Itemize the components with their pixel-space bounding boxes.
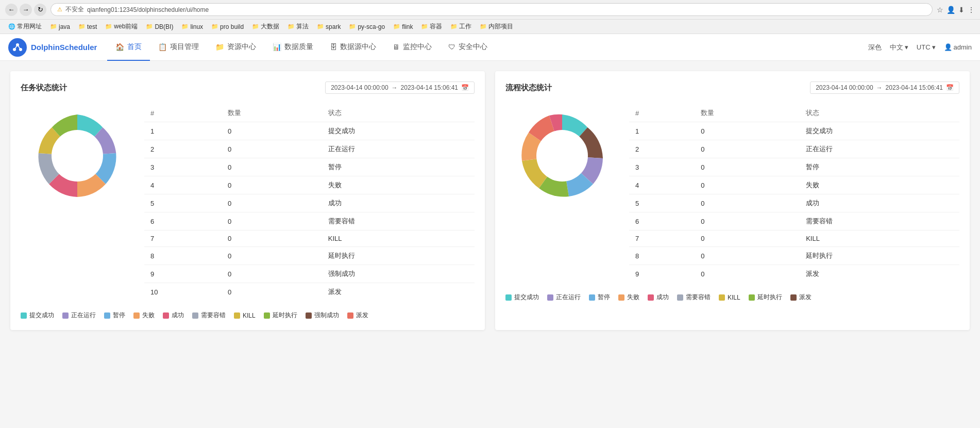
process-calendar-icon: 📅 bbox=[946, 84, 954, 91]
legend-item: 失败 bbox=[618, 293, 639, 302]
lang-selector[interactable]: 中文 ▾ bbox=[890, 43, 908, 52]
table-row: 6 0 需要容错 bbox=[629, 212, 959, 231]
row-count: 0 bbox=[222, 158, 322, 176]
bookmark-py-sca-go[interactable]: 📁 py-sca-go bbox=[346, 22, 388, 31]
forward-button[interactable]: → bbox=[20, 4, 32, 16]
nav-item-dataquality[interactable]: 📊 数据质量 bbox=[264, 34, 322, 61]
task-card-header: 任务状态统计 2023-04-14 00:00:00 → 2023-04-14 … bbox=[21, 81, 475, 94]
row-status: 暂停 bbox=[322, 158, 475, 176]
bookmark-work[interactable]: 📁 工作 bbox=[447, 21, 475, 32]
bookmark-bigdata[interactable]: 📁 大数据 bbox=[249, 21, 282, 32]
row-count: 0 bbox=[222, 176, 322, 194]
row-status: 派发 bbox=[322, 283, 475, 301]
legend-item: 成功 bbox=[648, 293, 669, 302]
legend-item: 需要容错 bbox=[677, 293, 711, 302]
legend-dot bbox=[264, 312, 270, 319]
bookmark-linux[interactable]: 📁 linux bbox=[178, 22, 206, 31]
menu-button[interactable]: ⋮ bbox=[968, 6, 975, 14]
nav-item-home[interactable]: 🏠 首页 bbox=[107, 34, 150, 61]
table-row: 1 0 提交成功 bbox=[144, 122, 475, 140]
nav-item-project[interactable]: 📋 项目管理 bbox=[150, 34, 207, 61]
nav-item-resource[interactable]: 📁 资源中心 bbox=[207, 34, 264, 61]
row-num: 5 bbox=[629, 194, 695, 212]
row-num: 4 bbox=[629, 176, 695, 194]
legend-dot bbox=[589, 294, 595, 301]
bookmark-spark[interactable]: 📁 spark bbox=[314, 22, 344, 31]
legend-item: 成功 bbox=[163, 311, 184, 320]
legend-item: 派发 bbox=[790, 293, 812, 302]
bookmark-常用网址[interactable]: 🌐 常用网址 bbox=[5, 21, 45, 32]
bookmark-internal[interactable]: 📁 内部项目 bbox=[477, 21, 516, 32]
legend-dot bbox=[677, 294, 683, 301]
bookmark-test[interactable]: 📁 test bbox=[75, 22, 100, 31]
bookmark-icon-py: 📁 bbox=[349, 23, 356, 30]
app-logo[interactable]: DolphinScheduler bbox=[8, 38, 97, 57]
legend-item: 延时执行 bbox=[264, 311, 297, 320]
legend-item: KILL bbox=[234, 311, 256, 320]
theme-selector[interactable]: 深色 bbox=[868, 43, 882, 52]
resource-icon: 📁 bbox=[215, 43, 224, 51]
table-row: 8 0 延时执行 bbox=[144, 247, 475, 265]
bookmark-pro-build[interactable]: 📁 pro build bbox=[208, 22, 247, 31]
legend-dot bbox=[21, 312, 27, 319]
bookmark-algo[interactable]: 📁 算法 bbox=[284, 21, 312, 32]
task-legend: 提交成功 正在运行 暂停 失败 成功 需要容错 KILL 延时执行 强制成功 bbox=[21, 311, 475, 320]
back-button[interactable]: ← bbox=[5, 4, 18, 16]
bookmark-java[interactable]: 📁 java bbox=[47, 22, 73, 31]
task-donut-chart bbox=[26, 104, 129, 207]
bookmark-web前端[interactable]: 📁 web前端 bbox=[102, 21, 141, 32]
bookmark-icon-flink: 📁 bbox=[393, 23, 400, 30]
nav-item-security[interactable]: 🛡 安全中心 bbox=[440, 34, 496, 61]
row-status: 提交成功 bbox=[800, 122, 959, 140]
row-num: 10 bbox=[144, 283, 222, 301]
legend-label: 暂停 bbox=[113, 311, 125, 320]
process-col-num: # bbox=[629, 104, 695, 122]
row-count: 0 bbox=[222, 212, 322, 231]
datasource-icon: 🗄 bbox=[330, 43, 337, 51]
nav-item-datasource[interactable]: 🗄 数据源中心 bbox=[322, 34, 384, 61]
process-date-range[interactable]: 2023-04-14 00:00:00 → 2023-04-14 15:06:4… bbox=[810, 81, 959, 94]
task-stats-title: 任务状态统计 bbox=[21, 83, 67, 93]
process-col-count: 数量 bbox=[695, 104, 800, 122]
nav-right: 深色 中文 ▾ UTC ▾ 👤 admin bbox=[868, 43, 972, 52]
bookmark-db[interactable]: 📁 DB(BI) bbox=[143, 22, 176, 31]
download-button[interactable]: ⬇ bbox=[958, 6, 965, 14]
nav-item-monitor[interactable]: 🖥 监控中心 bbox=[384, 34, 440, 61]
bookmark-icon-常用网址: 🌐 bbox=[8, 23, 15, 30]
browser-nav-buttons[interactable]: ← → ↻ bbox=[5, 4, 46, 16]
bookmark-icon-java: 📁 bbox=[50, 23, 57, 30]
user-menu[interactable]: 👤 admin bbox=[944, 43, 972, 51]
browser-actions[interactable]: ☆ 👤 ⬇ ⋮ bbox=[937, 6, 975, 14]
legend-dot bbox=[62, 312, 69, 319]
task-date-range[interactable]: 2023-04-14 00:00:00 → 2023-04-14 15:06:4… bbox=[325, 81, 475, 94]
table-row: 9 0 强制成功 bbox=[144, 265, 475, 283]
address-bar[interactable]: ⚠ 不安全 qianfeng01:12345/dolphinscheduler/… bbox=[50, 3, 933, 16]
process-stats-card: 流程状态统计 2023-04-14 00:00:00 → 2023-04-14 … bbox=[495, 71, 970, 330]
process-col-status: 状态 bbox=[800, 104, 959, 122]
legend-label: 强制成功 bbox=[314, 311, 339, 320]
bookmark-flink[interactable]: 📁 flink bbox=[390, 22, 416, 31]
row-num: 9 bbox=[629, 265, 695, 283]
timezone-selector[interactable]: UTC ▾ bbox=[917, 43, 936, 51]
profile-button[interactable]: 👤 bbox=[947, 6, 955, 14]
table-row: 8 0 延时执行 bbox=[629, 247, 959, 265]
bookmark-icon-db: 📁 bbox=[146, 23, 153, 30]
row-num: 3 bbox=[629, 158, 695, 176]
bookmark-star-button[interactable]: ☆ bbox=[937, 6, 943, 14]
row-num: 9 bbox=[144, 265, 222, 283]
reload-button[interactable]: ↻ bbox=[34, 4, 46, 16]
legend-label: 提交成功 bbox=[29, 311, 54, 320]
legend-label: 成功 bbox=[172, 311, 184, 320]
table-row: 4 0 失败 bbox=[629, 176, 959, 194]
bookmark-icon-web: 📁 bbox=[105, 23, 112, 30]
bookmark-container[interactable]: 📁 容器 bbox=[418, 21, 445, 32]
legend-dot bbox=[648, 294, 654, 301]
row-status: 成功 bbox=[800, 194, 959, 212]
row-count: 0 bbox=[222, 283, 322, 301]
monitor-icon: 🖥 bbox=[393, 43, 400, 51]
row-num: 3 bbox=[144, 158, 222, 176]
row-count: 0 bbox=[695, 231, 800, 247]
legend-label: 延时执行 bbox=[757, 293, 782, 302]
logo-icon bbox=[8, 38, 27, 57]
legend-dot bbox=[133, 312, 140, 319]
